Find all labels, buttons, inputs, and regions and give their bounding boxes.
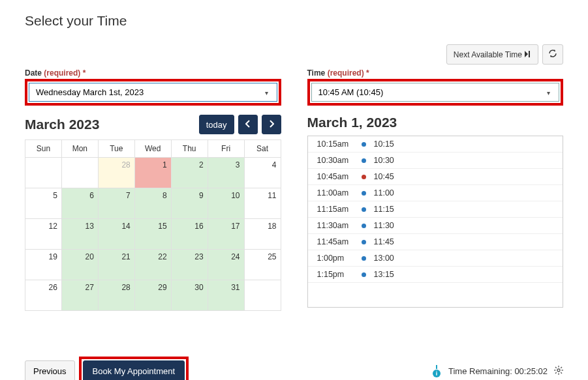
next-available-label: Next Available Time [454,50,522,59]
slot-dot-icon [362,207,366,212]
calendar-day[interactable]: 2 [171,158,208,188]
calendar-day[interactable]: 19 [25,250,62,280]
refresh-button[interactable] [542,44,563,65]
slot-time-12h: 1:15pm [317,270,354,279]
calendar-dow: Sun [25,140,62,158]
slot-time-24h: 11:15 [374,205,394,214]
info-icon: i [431,366,442,377]
time-remaining: Time Remaining: 00:25:02 [448,366,548,376]
calendar-day[interactable]: 10 [208,188,244,219]
time-remaining-label: Time Remaining: [448,366,512,376]
slot-time-12h: 1:00pm [317,254,354,263]
slot-dot-icon [362,158,366,163]
calendar-day[interactable]: 9 [171,188,208,219]
slot-time-12h: 10:30am [317,156,354,165]
calendar-day[interactable]: 14 [98,219,134,250]
slot-dot-icon [362,256,366,261]
previous-button[interactable]: Previous [25,360,75,380]
calendar-month-title: March 2023 [25,117,99,132]
calendar-day[interactable]: 18 [244,219,281,250]
slot-time-12h: 10:15am [317,139,354,149]
book-appointment-button[interactable]: Book My Appointment [83,360,185,380]
slot-dot-icon [362,175,366,179]
time-slot[interactable]: 11:00am11:00 [308,185,563,201]
calendar-day [25,158,62,188]
svg-line-10 [561,372,562,373]
calendar-day[interactable]: 30 [171,280,208,311]
calendar-dow: Wed [134,140,171,158]
time-slot[interactable]: 11:15am11:15 [308,201,563,218]
time-star: * [366,68,369,78]
date-select[interactable]: Wednesday March 1st, 2023 [29,83,277,102]
svg-line-11 [555,372,557,373]
slot-dot-icon [362,191,366,196]
slot-dot-icon [362,272,366,277]
calendar-dow: Mon [61,140,98,158]
calendar-day[interactable]: 5 [25,188,62,219]
date-required-text: (required) [44,68,80,78]
chevron-left-icon [245,120,251,130]
date-label: Date (required) * [25,68,281,78]
calendar-day[interactable]: 25 [244,250,281,280]
slot-dot-icon [362,142,366,147]
calendar-day[interactable]: 26 [25,280,62,311]
calendar-day[interactable]: 28 [98,280,134,311]
calendar-day[interactable]: 17 [208,219,244,250]
slot-time-24h: 13:00 [374,254,394,263]
time-slot[interactable]: 11:45am11:45 [308,234,563,250]
selected-day-title: March 1, 2023 [307,115,564,130]
calendar-day[interactable]: 7 [98,188,134,219]
next-month-button[interactable] [262,115,281,134]
slot-time-12h: 10:45am [317,172,354,181]
time-slot[interactable]: 10:15am10:15 [308,136,563,153]
slot-time-12h: 11:15am [317,205,354,214]
calendar-day[interactable]: 12 [25,219,62,250]
time-slot[interactable]: 10:45am10:45 [308,169,563,185]
time-slot[interactable]: 11:30am11:30 [308,218,563,234]
time-slot[interactable]: 1:00pm13:00 [308,250,563,267]
calendar-day[interactable]: 31 [208,280,244,311]
slot-time-24h: 11:00 [374,188,394,197]
calendar-day[interactable]: 3 [208,158,244,188]
time-slot[interactable]: 1:15pm13:15 [308,267,563,283]
slot-time-24h: 11:45 [374,237,394,246]
slot-time-24h: 13:15 [374,270,394,279]
today-button[interactable]: today [199,115,234,134]
calendar-day[interactable]: 16 [171,219,208,250]
calendar-day[interactable]: 15 [134,219,171,250]
slot-time-24h: 10:15 [374,139,394,149]
slot-dot-icon [362,240,366,244]
calendar-day[interactable]: 8 [134,188,171,219]
time-select[interactable]: 10:45 AM (10:45) [311,83,560,102]
calendar-grid: SunMonTueWedThuFriSat 281234567891011121… [25,139,281,311]
calendar-day[interactable]: 1 [134,158,171,188]
calendar-day[interactable]: 23 [171,250,208,280]
svg-text:i: i [436,370,438,377]
calendar-day[interactable]: 4 [244,158,281,188]
gear-icon[interactable] [554,366,563,377]
calendar-day[interactable]: 22 [134,250,171,280]
calendar-day [61,158,98,188]
top-actions: Next Available Time [25,44,563,65]
calendar-day[interactable]: 6 [61,188,98,219]
calendar-day[interactable]: 28 [98,158,134,188]
page-title: Select your Time [25,13,563,29]
calendar-day[interactable]: 11 [244,188,281,219]
slot-time-24h: 10:30 [374,156,394,165]
time-remaining-value: 00:25:02 [514,366,548,376]
calendar-day[interactable]: 27 [61,280,98,311]
calendar-day[interactable]: 13 [61,219,98,250]
calendar-day[interactable]: 21 [98,250,134,280]
calendar-day[interactable]: 24 [208,250,244,280]
prev-month-button[interactable] [238,115,258,134]
date-label-text: Date [25,68,42,78]
time-column: Time (required) * 10:45 AM (10:45) ▾ Mar… [307,68,564,311]
svg-rect-0 [529,51,530,57]
calendar-dow: Thu [171,140,208,158]
calendar-day[interactable]: 20 [61,250,98,280]
time-slots-panel[interactable]: 10:15am10:1510:30am10:3010:45am10:4511:0… [307,136,564,308]
slot-dot-icon [362,224,366,228]
next-available-button[interactable]: Next Available Time [446,44,538,65]
calendar-day[interactable]: 29 [134,280,171,311]
time-slot[interactable]: 10:30am10:30 [308,153,563,169]
